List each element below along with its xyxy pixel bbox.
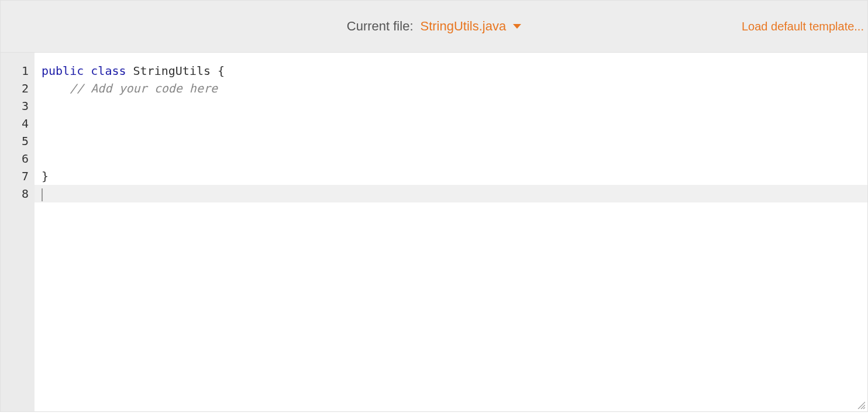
code-text-area[interactable]: public class StringUtils { // Add your c… [35,53,867,411]
line-number: 4 [1,115,35,132]
load-default-template-link[interactable]: Load default template... [742,20,864,33]
current-file-group: Current file: StringUtils.java [347,19,521,34]
resize-handle-icon[interactable] [857,401,865,409]
code-text: StringUtils { [126,64,225,78]
line-number: 7 [1,167,35,185]
text-cursor [42,188,43,201]
line-number: 1 [1,62,35,80]
code-line: public class StringUtils { [35,62,867,80]
code-text: } [42,169,49,183]
file-selector-dropdown[interactable]: StringUtils.java [421,19,522,34]
code-line [35,115,867,132]
code-line: } [35,167,867,185]
comment: // Add your code here [70,81,218,95]
line-number: 6 [1,150,35,167]
file-name: StringUtils.java [421,19,507,34]
code-line-active [35,185,867,202]
line-number: 5 [1,132,35,150]
line-number-gutter: 1 2 3 4 5 6 7 8 [1,53,35,411]
code-indent [42,81,70,95]
keyword: public [42,64,84,78]
code-editor[interactable]: 1 2 3 4 5 6 7 8 public class StringUtils… [0,53,868,412]
editor-header: Current file: StringUtils.java Load defa… [0,0,868,53]
line-number: 2 [1,80,35,97]
code-line [35,97,867,115]
line-number: 3 [1,97,35,115]
chevron-down-icon [513,24,521,29]
svg-line-2 [863,407,865,409]
current-file-label: Current file: [347,19,414,34]
keyword: class [91,64,126,78]
line-number: 8 [1,185,35,202]
code-line [35,150,867,167]
code-line: // Add your code here [35,80,867,97]
code-line [35,132,867,150]
